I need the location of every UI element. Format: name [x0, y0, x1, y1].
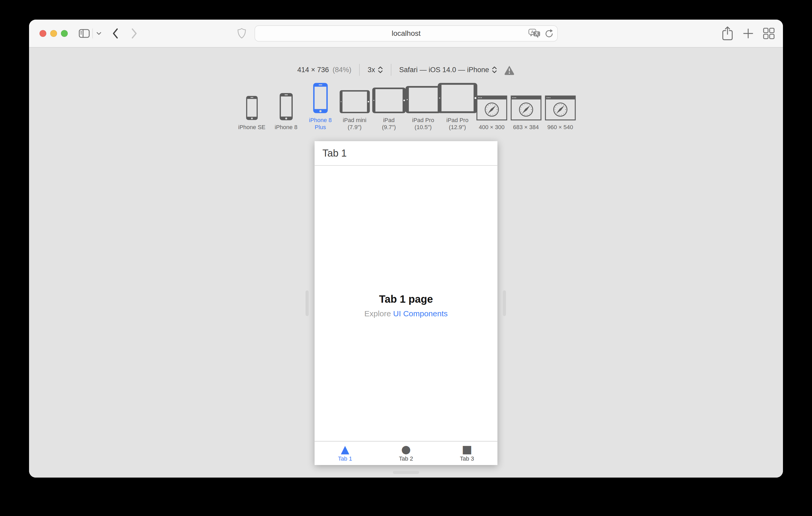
device-preset-ipad[interactable]: iPad(9.7") [372, 82, 406, 131]
ipad-icon [372, 87, 406, 114]
tab-label: Tab 3 [460, 455, 474, 462]
page-heading: Tab 1 page [379, 293, 433, 305]
sidebar-toggle-button[interactable] [79, 29, 90, 38]
page-content: Tab 1 page Explore UI Components [315, 166, 498, 441]
tab-bar-item-tab-2[interactable]: ● Tab 2 [376, 442, 437, 465]
ipad-pro-12-icon [437, 83, 478, 114]
minimize-window-button[interactable] [50, 30, 57, 37]
translate-button[interactable]: A [528, 29, 541, 38]
warning-button[interactable] [504, 65, 515, 75]
page-nav-bar: Tab 1 [315, 141, 498, 166]
zoom-window-button[interactable] [61, 30, 68, 37]
warning-icon [504, 65, 515, 75]
device-preset-ipad-pro-10[interactable]: iPad Pro(10.5") [406, 82, 440, 131]
privacy-report-group [237, 20, 246, 47]
sidebar-dropdown-button[interactable] [96, 32, 101, 35]
tab-bar-item-tab-1[interactable]: ▲ Tab 1 [315, 442, 376, 465]
reload-button[interactable] [545, 29, 554, 38]
device-preset-683x384[interactable]: 683 × 384 [509, 89, 543, 131]
close-window-button[interactable] [39, 30, 46, 37]
user-agent-select[interactable]: Safari — iOS 14.0 — iPhone [399, 66, 497, 74]
chevron-down-icon [96, 32, 101, 35]
device-preset-iphone-8-plus[interactable]: iPhone 8Plus [303, 82, 338, 131]
device-preset-iphone-8[interactable]: iPhone 8 [269, 89, 303, 131]
device-label: (9.7") [382, 124, 396, 131]
forward-button[interactable] [130, 28, 138, 39]
device-label: iPad Pro [412, 117, 434, 124]
device-label: iPad mini [343, 117, 366, 124]
device-preset-ipad-pro-12[interactable]: iPad Pro(12.9") [440, 82, 474, 131]
browser-toolbar: localhost A [29, 20, 783, 48]
device-preset-ipad-mini[interactable]: iPad mini(7.9") [338, 82, 372, 131]
device-preset-400x300[interactable]: 400 × 300 [474, 89, 509, 131]
pixel-ratio-select[interactable]: 3x [368, 66, 383, 74]
device-label: iPad Pro [446, 117, 468, 124]
pixel-ratio-value: 3x [368, 66, 375, 74]
device-label: (10.5") [412, 124, 434, 131]
privacy-report-button[interactable] [237, 28, 246, 39]
back-button[interactable] [112, 28, 119, 39]
simulated-viewport: Tab 1 Tab 1 page Explore UI Components ▲… [315, 141, 498, 465]
rdm-content-area: 414 × 736 (84%) 3x Safari — iOS 14.0 — i… [29, 48, 783, 478]
share-button[interactable] [722, 26, 733, 41]
tab-bar-item-tab-3[interactable]: ■ Tab 3 [437, 442, 498, 465]
chevron-left-icon [112, 28, 119, 39]
user-agent-value: Safari — iOS 14.0 — iPhone [399, 66, 489, 74]
tab-grid-icon [763, 28, 775, 39]
circle-icon: ● [401, 444, 411, 455]
url-text: localhost [392, 29, 420, 38]
device-label: (7.9") [343, 124, 366, 131]
browser-window-icon [476, 95, 507, 121]
shield-icon [237, 28, 246, 39]
device-label: iPhone 8 [275, 124, 297, 131]
navigation-group [79, 20, 138, 47]
ipad-mini-icon [339, 90, 370, 114]
iphone-8-icon [280, 93, 293, 121]
chevron-right-icon [130, 28, 138, 39]
resize-handle-bottom[interactable] [393, 471, 419, 474]
ui-components-link[interactable]: UI Components [393, 309, 447, 318]
iphone-se-icon [246, 95, 258, 121]
stepper-icon [378, 66, 383, 74]
device-label: iPhone 8 [309, 117, 332, 124]
new-tab-button[interactable] [743, 28, 754, 39]
device-preset-960x540[interactable]: 960 × 540 [543, 89, 577, 131]
device-preset-iphone-se[interactable]: iPhone SE [235, 89, 269, 131]
device-label: 683 × 384 [513, 124, 539, 131]
resize-handle-right[interactable] [503, 291, 506, 316]
address-bar-icons: A [528, 26, 554, 41]
device-label: 960 × 540 [547, 124, 573, 131]
square-icon: ■ [462, 444, 472, 455]
rdm-separator [359, 64, 360, 76]
ipad-pro-10-icon [405, 86, 442, 114]
triangle-icon: ▲ [341, 444, 349, 455]
device-preset-row: iPhone SE iPhone 8 iPhone 8Plus iPad min… [29, 82, 783, 131]
share-icon [722, 26, 733, 41]
device-label: iPad [382, 117, 396, 124]
device-label: iPhone SE [238, 124, 265, 131]
page-subtext: Explore UI Components [365, 309, 448, 318]
resize-handle-left[interactable] [306, 291, 309, 316]
safari-window: localhost A [29, 20, 783, 478]
reload-icon [545, 29, 554, 38]
page-nav-title: Tab 1 [323, 148, 347, 159]
iphone-8-plus-icon [313, 83, 328, 114]
tab-label: Tab 2 [399, 455, 413, 462]
browser-window-icon [511, 95, 542, 121]
address-bar[interactable]: localhost A [255, 25, 558, 41]
plus-icon [743, 28, 754, 39]
tab-bar: ▲ Tab 1 ● Tab 2 ■ Tab 3 [315, 441, 498, 465]
tab-overview-button[interactable] [763, 28, 775, 39]
device-label: (12.9") [446, 124, 468, 131]
rdm-separator [391, 64, 392, 76]
stepper-icon [492, 66, 497, 74]
viewport-size-label[interactable]: 414 × 736 [297, 66, 329, 74]
sidebar-icon [79, 29, 90, 38]
explore-text: Explore [365, 309, 393, 318]
device-label: 400 × 300 [479, 124, 504, 131]
toolbar-right-group [722, 20, 775, 47]
translate-icon: A [528, 29, 541, 38]
svg-text:A: A [531, 30, 534, 34]
desktop-background: localhost A [0, 0, 812, 516]
zoom-level-label: (84%) [332, 66, 351, 74]
